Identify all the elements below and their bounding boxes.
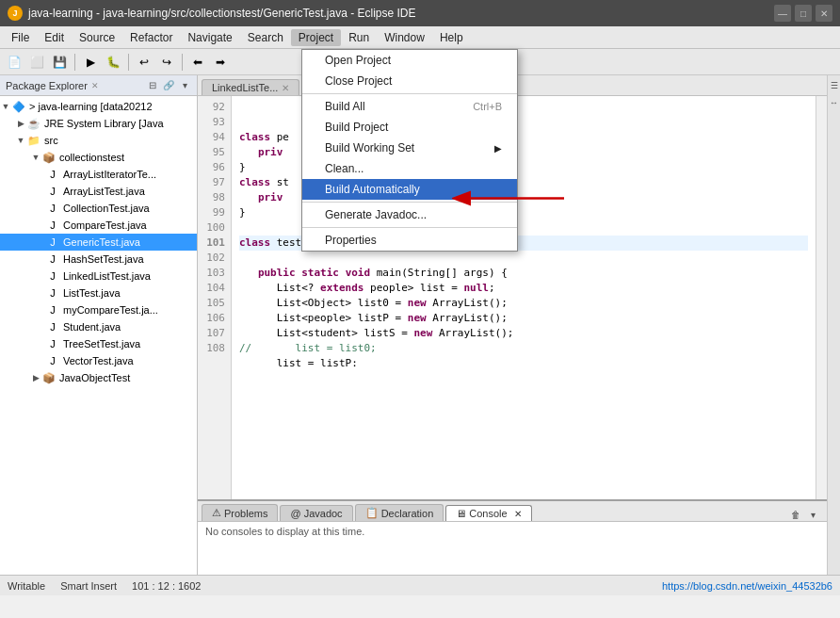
toolbar-btn6[interactable]: ↩ <box>134 53 154 72</box>
toolbar-sep2 <box>128 54 129 71</box>
console-clear-icon[interactable]: 🗑 <box>789 508 802 521</box>
package-explorer-panel: Package Explorer ✕ ⊟ 🔗 ▾ ▼ 🔷 > java-lear… <box>0 75 198 575</box>
status-url[interactable]: https://blog.csdn.net/weixin_44532b6 <box>662 580 832 592</box>
status-mode: Writable <box>8 580 45 592</box>
toolbar-btn5[interactable]: 🐛 <box>103 53 123 72</box>
tree-item-linkedlisttest[interactable]: J LinkedListTest.java <box>0 268 197 285</box>
window-controls: — □ ✕ <box>774 5 832 22</box>
menu-window[interactable]: Window <box>377 29 432 46</box>
collapse-all-icon[interactable]: ⊟ <box>146 79 159 92</box>
menu-project[interactable]: Project <box>291 29 341 46</box>
toolbar-btn4[interactable]: ▶ <box>80 53 101 72</box>
sync-icon[interactable]: ↔ <box>828 96 841 109</box>
window-title: java-learning - java-learning/src/collec… <box>28 7 416 20</box>
code-line-104: List<Object> list0 = new ArrayList(); <box>239 297 508 309</box>
menu-item-build-project[interactable]: Build Project <box>302 117 517 138</box>
tree-item-generictest[interactable]: J GenericTest.java <box>0 234 197 251</box>
tree-item-vectortest[interactable]: J VectorTest.java <box>0 352 197 369</box>
tab-label: Console <box>469 508 507 519</box>
maximize-button[interactable]: □ <box>795 5 812 22</box>
menu-item-generate-javadoc[interactable]: Generate Javadoc... <box>302 204 517 225</box>
tree-item-jre[interactable]: ▶ ☕ JRE System Library [Java <box>0 115 197 132</box>
tree-item-listtest[interactable]: J ListTest.java <box>0 285 197 301</box>
close-button[interactable]: ✕ <box>816 5 832 22</box>
tree-item-collectionstest[interactable]: ▼ 📦 collectionstest <box>0 149 197 166</box>
link-with-editor-icon[interactable]: 🔗 <box>162 79 175 92</box>
menu-help[interactable]: Help <box>432 29 471 46</box>
tree-item-java-learning[interactable]: ▼ 🔷 > java-learning [data20212 <box>0 98 197 115</box>
project-icon: 🔷 <box>11 99 26 114</box>
file-icon: J <box>45 302 60 317</box>
file-icon: J <box>45 319 60 334</box>
status-bar: Writable Smart Insert 101 : 12 : 1602 ht… <box>0 575 840 595</box>
view-menu-icon[interactable]: ▾ <box>178 79 191 92</box>
tab-problems[interactable]: ⚠ Problems <box>202 504 278 521</box>
tab-linkedlist[interactable]: LinkedListTe... ✕ <box>202 79 299 95</box>
tree-arrow: ▶ <box>30 373 41 382</box>
tab-javadoc[interactable]: @ Javadoc <box>280 505 352 521</box>
tree-item-arraylistiterator[interactable]: J ArrayListIteratorTe... <box>0 166 197 183</box>
minimize-button[interactable]: — <box>774 5 791 22</box>
menu-item-clean[interactable]: Clean... <box>302 158 517 179</box>
menu-source[interactable]: Source <box>72 29 122 46</box>
tab-console[interactable]: 🖥 Console ✕ <box>445 505 531 521</box>
tree-item-comparetest[interactable]: J CompareTest.java <box>0 217 197 234</box>
bottom-panel: ⚠ Problems @ Javadoc 📋 Declaration 🖥 Con… <box>198 499 827 575</box>
tree-item-arraylisttest[interactable]: J ArrayListTest.java <box>0 183 197 200</box>
menu-item-close-project[interactable]: Close Project <box>302 71 517 91</box>
tab-close-icon[interactable]: ✕ <box>514 509 522 519</box>
menu-navigate[interactable]: Navigate <box>180 29 239 46</box>
toolbar-btn9[interactable]: ➡ <box>210 53 231 72</box>
toolbar-sep3 <box>182 54 183 71</box>
tree-item-collectiontest[interactable]: J CollectionTest.java <box>0 200 197 217</box>
menu-refactor[interactable]: Refactor <box>122 29 180 46</box>
menu-item-open-project[interactable]: Open Project <box>302 50 517 71</box>
code-line-92 <box>239 101 246 113</box>
tree-item-student[interactable]: J Student.java <box>0 318 197 335</box>
menu-item-build-automatically[interactable]: Build Automatically <box>302 179 517 200</box>
toolbar-btn2[interactable]: ⬜ <box>26 53 47 72</box>
toolbar-btn3[interactable]: 💾 <box>49 53 70 72</box>
toolbar-btn7[interactable]: ↪ <box>156 53 177 72</box>
file-icon: J <box>45 218 60 233</box>
tree-item-src[interactable]: ▼ 📁 src <box>0 132 197 149</box>
menu-run[interactable]: Run <box>341 29 377 46</box>
vertical-scrollbar[interactable] <box>816 96 827 499</box>
toolbar-new[interactable]: 📄 <box>4 53 24 72</box>
menu-edit[interactable]: Edit <box>37 29 72 46</box>
menu-search[interactable]: Search <box>240 29 291 46</box>
tree-item-javaobjecttest[interactable]: ▶ 📦 JavaObjectTest <box>0 369 197 386</box>
console-menu-icon[interactable]: ▾ <box>806 508 819 521</box>
title-bar: J java-learning - java-learning/src/coll… <box>0 0 840 26</box>
tab-close-icon[interactable]: ✕ <box>282 83 289 93</box>
menu-file[interactable]: File <box>4 29 37 46</box>
menu-item-build-all[interactable]: Build All Ctrl+B <box>302 96 517 117</box>
tree-item-mycomparetest[interactable]: J myCompareTest.ja... <box>0 301 197 318</box>
toolbar-btn8[interactable]: ⬅ <box>187 53 208 72</box>
menu-item-build-working-set[interactable]: Build Working Set ▶ <box>302 138 517 158</box>
tree-label: TreeSetTest.java <box>63 338 140 350</box>
code-line-103: List<? extends people> list = null; <box>239 282 495 294</box>
tab-declaration[interactable]: 📋 Declaration <box>355 504 444 521</box>
tree-label: collectionstest <box>59 152 124 163</box>
tree-label: GenericTest.java <box>63 236 140 248</box>
file-icon: J <box>45 252 60 267</box>
project-dropdown-menu: Open Project Close Project Build All Ctr… <box>301 49 518 252</box>
tab-label: LinkedListTe... <box>212 82 278 93</box>
console-content: No consoles to display at this time. <box>198 522 827 575</box>
code-line-94: class pe <box>239 131 289 143</box>
tree-label: VectorTest.java <box>63 355 134 366</box>
panel-x-icon: ✕ <box>91 81 99 90</box>
menu-item-properties[interactable]: Properties <box>302 230 517 251</box>
tree-item-hashsettest[interactable]: J HashSetTest.java <box>0 251 197 268</box>
app-icon: J <box>8 6 23 21</box>
tree-item-treesettest[interactable]: J TreeSetTest.java <box>0 335 197 352</box>
file-icon: J <box>45 235 60 250</box>
menu-item-label: Build Automatically <box>325 183 420 196</box>
outline-icon[interactable]: ☰ <box>828 79 841 92</box>
code-line-96: } <box>239 161 246 173</box>
menu-bar: File Edit Source Refactor Navigate Searc… <box>0 26 840 49</box>
problems-icon: ⚠ <box>212 507 221 519</box>
package-explorer-title: Package Explorer <box>6 80 88 91</box>
tree-label: Student.java <box>63 321 121 333</box>
